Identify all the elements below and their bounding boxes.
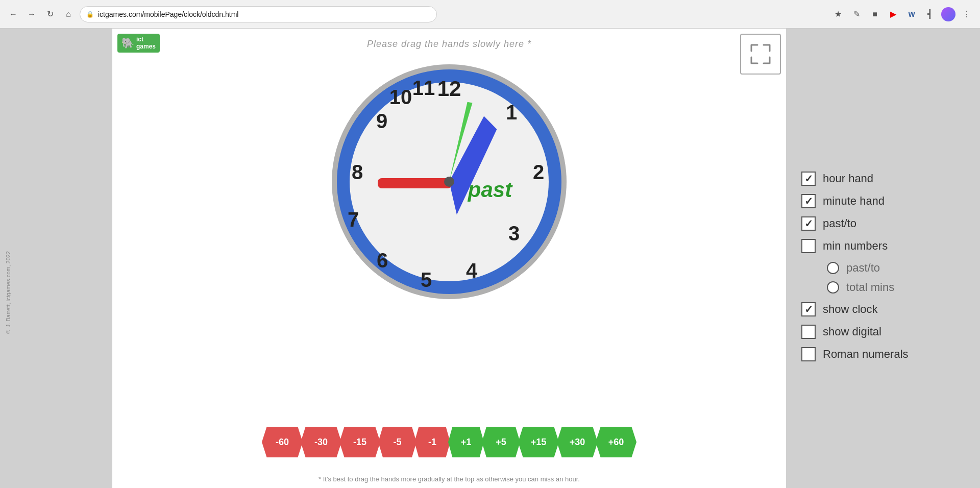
right-panel: ✓ hour hand ✓ minute hand ✓ past/to min … bbox=[786, 29, 980, 488]
svg-text:4: 4 bbox=[466, 259, 478, 282]
radio-total-mins[interactable] bbox=[827, 281, 839, 294]
min-numbers-checkbox[interactable] bbox=[801, 239, 816, 253]
svg-text:8: 8 bbox=[352, 161, 363, 183]
min-numbers-label: min numbers bbox=[823, 239, 888, 253]
hour-hand-label: hour hand bbox=[823, 172, 873, 185]
back-button[interactable]: ← bbox=[6, 7, 20, 21]
copyright-text: © J. Barrett, ictgames.com, 2022 bbox=[5, 251, 11, 335]
buttons-area: -60 -30 -15 -5 -1 +1 +5 +15 +30 +60 bbox=[263, 427, 635, 457]
lock-icon: 🔒 bbox=[86, 11, 94, 18]
svg-text:9: 9 bbox=[376, 110, 387, 132]
show-clock-checkbox[interactable]: ✓ bbox=[801, 302, 816, 316]
show-digital-row: show digital bbox=[801, 325, 965, 339]
plus-30-button[interactable]: +30 bbox=[557, 427, 598, 457]
fullscreen-icon bbox=[750, 44, 771, 64]
min-numbers-row: min numbers bbox=[801, 239, 965, 253]
extensions-icon[interactable]: ■ bbox=[868, 7, 882, 21]
minus-1-button[interactable]: -1 bbox=[414, 427, 450, 457]
plus-60-button[interactable]: +60 bbox=[596, 427, 636, 457]
minus-15-button[interactable]: -15 bbox=[339, 427, 380, 457]
hour-hand-row: ✓ hour hand bbox=[801, 172, 965, 186]
past-to-checkbox[interactable]: ✓ bbox=[801, 216, 816, 231]
roman-numerals-checkbox[interactable] bbox=[801, 347, 816, 361]
svg-text:7: 7 bbox=[348, 208, 359, 231]
minus-30-button[interactable]: -30 bbox=[301, 427, 341, 457]
home-button[interactable]: ⌂ bbox=[61, 7, 76, 21]
bookmark-button[interactable]: ★ bbox=[831, 7, 845, 21]
show-digital-label: show digital bbox=[823, 325, 881, 338]
svg-text:6: 6 bbox=[377, 249, 388, 272]
logo-text: ictgames bbox=[136, 36, 156, 51]
logo-area: 🐘 ictgames bbox=[117, 34, 160, 53]
address-text: ictgames.com/mobilePage/clock/oldcdn.htm… bbox=[98, 10, 430, 18]
minus-5-button[interactable]: -5 bbox=[378, 427, 416, 457]
roman-numerals-label: Roman numerals bbox=[823, 348, 909, 361]
svg-point-19 bbox=[444, 177, 454, 187]
minute-hand-row: ✓ minute hand bbox=[801, 194, 965, 208]
past-to-checkmark: ✓ bbox=[804, 217, 813, 230]
svg-text:11: 11 bbox=[412, 77, 435, 99]
menu-button[interactable]: ⋮ bbox=[960, 7, 974, 21]
profile-avatar[interactable] bbox=[941, 7, 955, 21]
downloads-icon[interactable]: ┫ bbox=[923, 7, 937, 21]
browser-icons: ★ ✎ ■ ▶ W ┫ ⋮ bbox=[831, 7, 974, 21]
address-bar[interactable]: 🔒 ictgames.com/mobilePage/clock/oldcdn.h… bbox=[80, 6, 437, 22]
minute-hand-label: minute hand bbox=[823, 194, 885, 208]
svg-rect-18 bbox=[378, 178, 452, 188]
svg-text:3: 3 bbox=[508, 222, 520, 245]
past-to-label: past/to bbox=[823, 217, 856, 230]
past-to-row: ✓ past/to bbox=[801, 216, 965, 231]
ict-games-logo[interactable]: 🐘 ictgames bbox=[117, 34, 160, 53]
browser-chrome: ← → ↻ ⌂ 🔒 ictgames.com/mobilePage/clock/… bbox=[0, 0, 980, 29]
minus-60-button[interactable]: -60 bbox=[262, 427, 303, 457]
minute-hand-checkmark: ✓ bbox=[804, 195, 813, 207]
clock-container: 12 1 2 3 4 5 6 7 8 9 10 11 past bbox=[327, 59, 572, 306]
main-area: 🐘 ictgames Please drag the hands slowly … bbox=[112, 29, 786, 488]
hour-hand-checkbox[interactable]: ✓ bbox=[801, 172, 816, 186]
reload-button[interactable]: ↻ bbox=[43, 7, 57, 21]
radio-past-to-label: past/to bbox=[846, 261, 880, 275]
word-icon[interactable]: W bbox=[904, 7, 919, 21]
radio-past-to-row: past/to bbox=[827, 261, 965, 275]
left-sidebar: © J. Barrett, ictgames.com, 2022 bbox=[0, 29, 112, 488]
plus-5-button[interactable]: +5 bbox=[482, 427, 520, 457]
forward-button[interactable]: → bbox=[24, 7, 39, 21]
radio-group: past/to total mins bbox=[801, 261, 965, 294]
show-digital-checkbox[interactable] bbox=[801, 325, 816, 339]
minute-hand-checkbox[interactable]: ✓ bbox=[801, 194, 816, 208]
edit-icon[interactable]: ✎ bbox=[849, 7, 864, 21]
svg-text:12: 12 bbox=[437, 77, 461, 101]
svg-text:5: 5 bbox=[421, 269, 432, 291]
roman-numerals-row: Roman numerals bbox=[801, 347, 965, 361]
plus-1-button[interactable]: +1 bbox=[448, 427, 484, 457]
svg-text:10: 10 bbox=[389, 86, 412, 108]
radio-total-mins-label: total mins bbox=[846, 281, 894, 294]
elephant-icon: 🐘 bbox=[121, 37, 134, 49]
svg-text:2: 2 bbox=[533, 161, 544, 183]
content-area: © J. Barrett, ictgames.com, 2022 🐘 ictga… bbox=[0, 29, 980, 488]
radio-past-to[interactable] bbox=[827, 262, 839, 274]
show-clock-checkmark: ✓ bbox=[804, 303, 813, 315]
youtube-icon[interactable]: ▶ bbox=[886, 7, 900, 21]
radio-total-mins-row: total mins bbox=[827, 281, 965, 294]
show-clock-row: ✓ show clock bbox=[801, 302, 965, 316]
footer-note: * It's best to drag the hands more gradu… bbox=[318, 475, 580, 483]
clock-svg[interactable]: 12 1 2 3 4 5 6 7 8 9 10 11 past bbox=[327, 59, 572, 304]
instruction-text: Please drag the hands slowly here * bbox=[367, 39, 531, 50]
hour-hand-checkmark: ✓ bbox=[804, 173, 813, 185]
plus-15-button[interactable]: +15 bbox=[518, 427, 559, 457]
show-clock-label: show clock bbox=[823, 303, 878, 316]
svg-text:1: 1 bbox=[506, 101, 517, 124]
svg-text:past: past bbox=[468, 178, 513, 202]
fullscreen-button[interactable] bbox=[740, 34, 781, 75]
